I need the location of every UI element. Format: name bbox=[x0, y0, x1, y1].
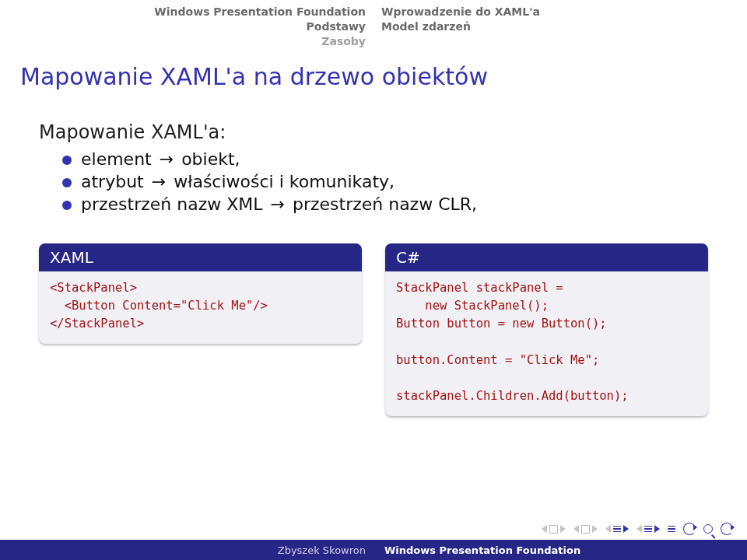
bullet-icon bbox=[62, 156, 72, 165]
header-left-line: Podstawy bbox=[0, 19, 366, 34]
column-left: XAML <StackPanel> <Button Content="Click… bbox=[39, 243, 362, 345]
square-icon bbox=[549, 525, 558, 534]
header-left-line: Zasoby bbox=[0, 34, 366, 49]
bullet-rhs: obiekt, bbox=[181, 149, 240, 169]
code-block-body: StackPanel stackPanel = new StackPanel()… bbox=[385, 271, 708, 417]
triangle-left-icon bbox=[637, 525, 642, 533]
code-block-title: C# bbox=[385, 243, 708, 271]
arrow-icon: → bbox=[157, 149, 176, 169]
bullet-lhs: atrybut bbox=[81, 172, 144, 191]
loop-icon[interactable] bbox=[683, 523, 696, 535]
column-right: C# StackPanel stackPanel = new StackPane… bbox=[385, 243, 708, 417]
beamer-nav bbox=[542, 523, 733, 535]
nav-prev-section[interactable] bbox=[605, 525, 629, 533]
slide-body: Mapowanie XAML'a: element → obiekt, atry… bbox=[0, 121, 747, 417]
arrow-icon: → bbox=[149, 172, 168, 191]
reload-icon[interactable] bbox=[721, 523, 733, 535]
triangle-right-icon bbox=[560, 525, 566, 533]
bullet-icon bbox=[62, 201, 72, 210]
code-block-xaml: XAML <StackPanel> <Button Content="Click… bbox=[39, 243, 362, 345]
triangle-right-icon bbox=[654, 525, 660, 533]
header-left-line: Windows Presentation Foundation bbox=[0, 5, 366, 19]
triangle-right-icon bbox=[623, 525, 629, 533]
triangle-right-icon bbox=[592, 525, 598, 533]
footer-talk: Windows Presentation Foundation bbox=[375, 544, 580, 556]
bullet-icon bbox=[62, 178, 72, 187]
outline-icon[interactable] bbox=[668, 526, 675, 533]
slide-header: Windows Presentation Foundation Podstawy… bbox=[0, 0, 747, 49]
header-right: Wprowadzenie do XAML'a Model zdarzeń bbox=[374, 5, 540, 34]
square-icon bbox=[581, 525, 590, 534]
arrow-icon: → bbox=[268, 194, 287, 214]
slide-footer: Zbyszek Skowron Windows Presentation Fou… bbox=[0, 540, 747, 560]
nav-next-section[interactable] bbox=[637, 525, 660, 533]
bullet-lhs: przestrzeń nazw XML bbox=[81, 194, 263, 214]
code-block-body: <StackPanel> <Button Content="Click Me"/… bbox=[39, 271, 362, 345]
list-item: atrybut → właściwości i komunikaty, bbox=[62, 172, 708, 191]
code-block-title: XAML bbox=[39, 243, 362, 271]
section-subtitle: Mapowanie XAML'a: bbox=[39, 121, 708, 143]
header-left: Windows Presentation Foundation Podstawy… bbox=[0, 5, 374, 49]
slide-title: Mapowanie XAML'a na drzewo obiektów bbox=[0, 49, 747, 121]
triangle-left-icon bbox=[605, 525, 611, 533]
bullet-lhs: element bbox=[81, 149, 152, 169]
bullet-list: element → obiekt, atrybut → właściwości … bbox=[62, 149, 708, 214]
nav-prev-frame[interactable] bbox=[573, 525, 598, 534]
nav-prev-slide[interactable] bbox=[542, 525, 566, 534]
list-item: przestrzeń nazw XML → przestrzeń nazw CL… bbox=[62, 194, 708, 214]
code-columns: XAML <StackPanel> <Button Content="Click… bbox=[39, 243, 708, 417]
list-item: element → obiekt, bbox=[62, 149, 708, 169]
code-block-csharp: C# StackPanel stackPanel = new StackPane… bbox=[385, 243, 708, 417]
lines-icon bbox=[644, 526, 652, 533]
header-right-line: Model zdarzeń bbox=[381, 19, 540, 34]
triangle-left-icon bbox=[542, 525, 547, 533]
footer-author: Zbyszek Skowron bbox=[0, 544, 375, 556]
bullet-rhs: przestrzeń nazw CLR, bbox=[293, 194, 477, 214]
lines-icon bbox=[613, 526, 621, 533]
triangle-left-icon bbox=[573, 525, 579, 533]
search-icon[interactable] bbox=[703, 524, 713, 534]
bullet-rhs: właściwości i komunikaty, bbox=[174, 172, 395, 191]
header-right-line: Wprowadzenie do XAML'a bbox=[381, 5, 540, 19]
